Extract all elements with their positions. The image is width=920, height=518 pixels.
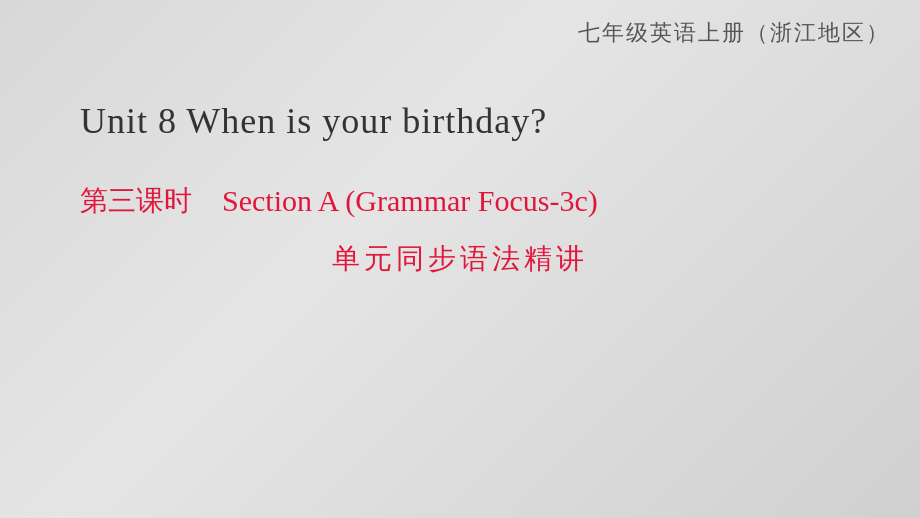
unit-title: Unit 8 When is your birthday?	[80, 100, 840, 142]
section-title: Section A (Grammar Focus-3c)	[222, 184, 598, 218]
main-content: Unit 8 When is your birthday? 第三课时 Secti…	[80, 100, 840, 278]
subtitle-row: 单元同步语法精讲	[80, 240, 840, 278]
subtitle: 单元同步语法精讲	[332, 240, 588, 278]
top-right-title: 七年级英语上册（浙江地区）	[578, 18, 890, 48]
slide-container: 七年级英语上册（浙江地区） Unit 8 When is your birthd…	[0, 0, 920, 518]
section-row: 第三课时 Section A (Grammar Focus-3c)	[80, 182, 840, 220]
lesson-label: 第三课时	[80, 182, 192, 220]
